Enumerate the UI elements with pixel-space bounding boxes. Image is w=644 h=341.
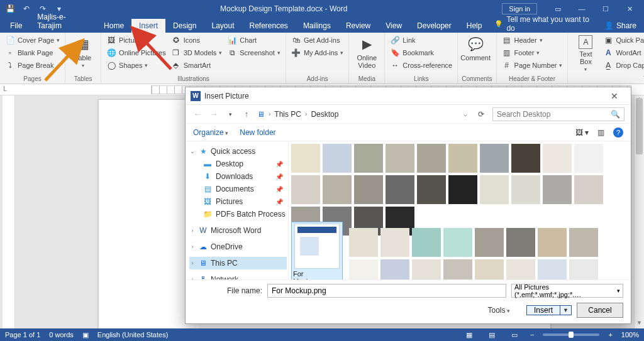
refresh-icon[interactable]: ⟳ <box>475 110 487 119</box>
tree-network[interactable]: ›🖧Network <box>189 273 287 279</box>
insert-button[interactable]: Insert <box>526 305 560 315</box>
tab-layout[interactable]: Layout <box>204 19 242 33</box>
organize-menu[interactable]: Organize <box>193 128 228 137</box>
breadcrumb[interactable]: 🖥 › This PC › Desktop <box>257 110 338 119</box>
insert-dropdown[interactable]: ▼ <box>560 305 572 315</box>
status-proofing-icon[interactable]: ▣ <box>82 331 89 339</box>
nav-forward-icon[interactable]: → <box>208 109 219 119</box>
vertical-scrollbar[interactable]: ▲ ▼ <box>634 95 644 328</box>
file-thumb[interactable] <box>291 175 320 204</box>
bookmark-button[interactable]: 🔖Bookmark <box>389 46 453 59</box>
path-dropdown-icon[interactable]: ⌵ <box>461 111 470 117</box>
file-grid[interactable]: For Mockup.png <box>289 141 631 279</box>
crumb-desktop[interactable]: Desktop <box>311 110 338 119</box>
quick-parts-button[interactable]: ▣Quick Parts <box>602 34 644 46</box>
text-box-button[interactable]: AText Box▾ <box>572 34 599 74</box>
close-icon[interactable]: ✕ <box>619 3 640 15</box>
blank-page-button[interactable]: ▫Blank Page <box>4 46 61 59</box>
zoom-slider[interactable] <box>543 333 599 336</box>
file-thumb[interactable] <box>443 259 472 279</box>
status-page[interactable]: Page 1 of 1 <box>5 331 40 338</box>
icons-button[interactable]: ✪Icons <box>170 34 224 46</box>
file-thumb[interactable] <box>511 175 540 204</box>
shapes-button[interactable]: ◯Shapes <box>105 59 167 72</box>
tab-design[interactable]: Design <box>165 19 204 33</box>
view-web-layout-icon[interactable]: ▭ <box>508 331 521 339</box>
cover-page-button[interactable]: 📄Cover Page <box>4 34 61 46</box>
minimize-icon[interactable]: — <box>571 3 592 15</box>
tree-pdfs[interactable]: 📁PDFs Batch Process <box>189 208 287 220</box>
file-thumb[interactable] <box>443 228 472 257</box>
file-thumb[interactable] <box>448 175 477 204</box>
filename-input[interactable] <box>267 284 506 298</box>
file-thumb[interactable] <box>323 144 352 173</box>
preview-pane-button[interactable]: ▥ <box>597 128 604 137</box>
tab-mailings[interactable]: Mailings <box>296 19 338 33</box>
file-thumb[interactable] <box>291 144 320 173</box>
scroll-thumb[interactable] <box>636 98 643 154</box>
tab-view[interactable]: View <box>378 19 409 33</box>
nav-up-icon[interactable]: ↑ <box>241 109 252 119</box>
view-print-layout-icon[interactable]: ▤ <box>485 331 499 339</box>
file-thumb-selected[interactable]: For Mockup.png <box>291 222 343 279</box>
view-read-mode-icon[interactable]: ▦ <box>462 331 476 339</box>
nav-recent-icon[interactable]: ▾ <box>225 111 236 117</box>
zoom-in-icon[interactable]: + <box>608 331 612 338</box>
tab-references[interactable]: References <box>242 19 296 33</box>
file-thumb[interactable] <box>417 175 446 204</box>
online-video-button[interactable]: ▶Online Video <box>353 34 380 74</box>
tree-documents[interactable]: ▤Documents📌 <box>189 183 287 195</box>
help-icon[interactable]: ? <box>613 127 623 138</box>
file-thumb[interactable] <box>543 175 572 204</box>
wordart-button[interactable]: AWordArt <box>602 46 644 59</box>
file-thumb[interactable] <box>538 259 567 279</box>
tree-msword[interactable]: ›WMicrosoft Word <box>189 224 287 237</box>
chart-button[interactable]: 📊Chart <box>226 34 282 46</box>
my-addins-button[interactable]: ➕My Add-ins <box>290 46 345 59</box>
share-button[interactable]: 👤Share <box>597 19 644 33</box>
file-thumb[interactable] <box>511 144 540 173</box>
file-thumb[interactable] <box>475 259 504 279</box>
link-button[interactable]: 🔗Link <box>389 34 453 46</box>
file-thumb[interactable] <box>569 228 598 257</box>
search-input[interactable] <box>497 110 611 119</box>
maximize-icon[interactable]: ☐ <box>595 3 616 15</box>
file-thumb[interactable] <box>569 259 598 279</box>
file-thumb[interactable] <box>412 228 441 257</box>
tab-insert[interactable]: Insert <box>131 19 165 33</box>
insert-split-button[interactable]: Insert ▼ <box>526 305 572 315</box>
3d-models-button[interactable]: ❒3D Models <box>170 46 224 59</box>
file-thumb[interactable] <box>480 144 509 173</box>
file-thumb[interactable] <box>543 144 572 173</box>
sign-in-button[interactable]: Sign in <box>502 3 537 14</box>
comment-button[interactable]: 💬Comment <box>462 34 489 74</box>
tab-help[interactable]: Help <box>459 19 490 33</box>
tab-majlis[interactable]: Majlis-e-Tarajim <box>30 10 96 33</box>
file-thumb[interactable] <box>354 144 383 173</box>
file-thumb[interactable] <box>349 228 378 257</box>
file-thumb[interactable] <box>538 228 567 257</box>
dialog-close-button[interactable]: ✕ <box>603 91 626 101</box>
cross-reference-button[interactable]: ↔Cross-reference <box>389 59 453 72</box>
tree-downloads[interactable]: ⬇Downloads📌 <box>189 170 287 183</box>
tab-developer[interactable]: Developer <box>409 19 459 33</box>
file-thumb[interactable] <box>380 259 409 279</box>
nav-back-icon[interactable]: ← <box>192 109 203 119</box>
tab-file[interactable]: File <box>3 19 30 33</box>
cancel-button[interactable]: Cancel <box>577 303 623 318</box>
file-thumb[interactable] <box>412 259 441 279</box>
file-thumb[interactable] <box>448 144 477 173</box>
screenshot-button[interactable]: ⧉Screenshot <box>226 46 282 59</box>
file-thumb[interactable] <box>354 175 383 204</box>
pictures-button[interactable]: 🖼Pictures <box>105 34 167 46</box>
status-words[interactable]: 0 words <box>49 331 74 338</box>
file-thumb[interactable] <box>506 228 535 257</box>
tree-quick-access[interactable]: ⌄★Quick access <box>189 145 287 158</box>
file-thumb[interactable] <box>574 144 603 173</box>
tree-desktop[interactable]: ▬Desktop📌 <box>189 158 287 170</box>
status-language[interactable]: English (United States) <box>97 331 169 338</box>
vertical-ruler[interactable] <box>3 95 15 328</box>
file-thumb[interactable] <box>574 175 603 204</box>
crumb-this-pc[interactable]: This PC <box>274 110 301 119</box>
drop-cap-button[interactable]: A̲Drop Cap <box>602 59 644 72</box>
